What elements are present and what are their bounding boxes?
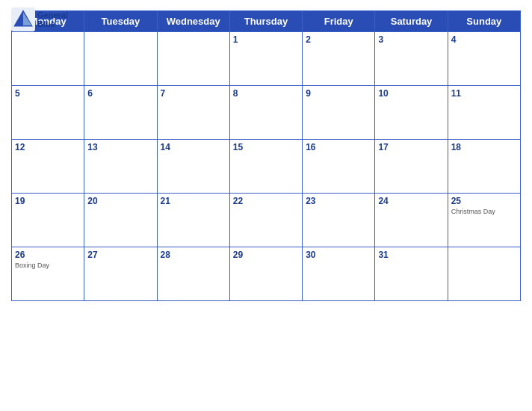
day-number: 26 — [15, 250, 81, 260]
day-number: 23 — [306, 196, 371, 206]
day-number: 30 — [306, 250, 371, 260]
calendar-cell: 5 — [12, 86, 84, 140]
day-number: 29 — [233, 250, 299, 260]
calendar-cell: 30 — [303, 247, 375, 301]
day-number: 8 — [233, 88, 299, 99]
holiday-label: Christmas Day — [451, 208, 517, 216]
general-blue-logo — [11, 7, 35, 31]
day-number: 10 — [378, 88, 444, 99]
calendar-cell: 21 — [157, 194, 229, 247]
day-number: 25 — [451, 196, 517, 206]
weekday-header-sunday: Sunday — [448, 11, 520, 32]
calendar-cell: 6 — [84, 86, 157, 140]
calendar-cell: 7 — [157, 86, 229, 140]
calendar-cell: 1 — [229, 32, 302, 86]
weekday-header-row: MondayTuesdayWednesdayThursdayFridaySatu… — [12, 11, 521, 32]
day-number: 5 — [15, 88, 81, 99]
day-number: 19 — [15, 196, 81, 206]
brand-logo-area: GeneralBlue — [11, 7, 68, 31]
calendar-cell: 4 — [448, 32, 520, 86]
calendar-cell: 10 — [375, 86, 448, 140]
calendar-cell: 23 — [303, 194, 375, 247]
day-number: 20 — [87, 196, 153, 206]
holiday-label: Boxing Day — [15, 262, 81, 270]
calendar-cell: 15 — [229, 140, 302, 194]
calendar-cell: 11 — [448, 86, 520, 140]
day-number: 14 — [161, 142, 226, 152]
day-number: 4 — [451, 34, 517, 45]
week-row-4: 19202122232425Christmas Day — [12, 194, 521, 247]
day-number: 15 — [233, 142, 299, 152]
calendar-cell: 8 — [229, 86, 302, 140]
day-number: 12 — [15, 142, 81, 152]
day-number: 24 — [378, 196, 444, 206]
day-number: 28 — [161, 250, 226, 260]
week-row-2: 567891011 — [12, 86, 521, 140]
weekday-header-thursday: Thursday — [229, 11, 302, 32]
calendar-cell: 24 — [375, 194, 448, 247]
day-number: 27 — [87, 250, 153, 260]
week-row-1: 1234 — [12, 32, 521, 86]
day-number: 6 — [87, 88, 153, 99]
brand-name: GeneralBlue — [37, 10, 68, 28]
weekday-header-tuesday: Tuesday — [84, 11, 157, 32]
calendar-cell: 13 — [84, 140, 157, 194]
weekday-header-friday: Friday — [303, 11, 375, 32]
calendar-cell: 31 — [375, 247, 448, 301]
week-row-5: 26Boxing Day2728293031 — [12, 247, 521, 301]
calendar-cell: 20 — [84, 194, 157, 247]
day-number: 1 — [233, 34, 299, 45]
calendar-cell: 14 — [157, 140, 229, 194]
calendar-container: GeneralBlue MondayTuesdayWednesdayThursd… — [0, 0, 532, 411]
calendar-cell: 9 — [303, 86, 375, 140]
weekday-header-wednesday: Wednesday — [157, 11, 229, 32]
day-number: 9 — [306, 88, 371, 99]
day-number: 21 — [161, 196, 226, 206]
calendar-cell — [12, 32, 84, 86]
day-number: 13 — [87, 142, 153, 152]
calendar-cell: 17 — [375, 140, 448, 194]
day-number: 7 — [161, 88, 226, 99]
day-number: 11 — [451, 88, 517, 99]
weekday-header-saturday: Saturday — [375, 11, 448, 32]
day-number: 3 — [378, 34, 444, 45]
calendar-cell: 27 — [84, 247, 157, 301]
week-row-3: 12131415161718 — [12, 140, 521, 194]
calendar-cell: 18 — [448, 140, 520, 194]
day-number: 16 — [306, 142, 371, 152]
calendar-grid: MondayTuesdayWednesdayThursdayFridaySatu… — [11, 10, 521, 301]
calendar-cell: 19 — [12, 194, 84, 247]
calendar-cell: 28 — [157, 247, 229, 301]
calendar-cell: 2 — [303, 32, 375, 86]
calendar-cell — [84, 32, 157, 86]
calendar-cell: 16 — [303, 140, 375, 194]
day-number: 31 — [378, 250, 444, 260]
calendar-cell: 12 — [12, 140, 84, 194]
day-number: 17 — [378, 142, 444, 152]
calendar-cell — [448, 247, 520, 301]
calendar-cell — [157, 32, 229, 86]
day-number: 18 — [451, 142, 517, 152]
calendar-cell: 26Boxing Day — [12, 247, 84, 301]
day-number: 2 — [306, 34, 371, 45]
calendar-cell: 3 — [375, 32, 448, 86]
calendar-cell: 25Christmas Day — [448, 194, 520, 247]
calendar-cell: 29 — [229, 247, 302, 301]
day-number: 22 — [233, 196, 299, 206]
calendar-cell: 22 — [229, 194, 302, 247]
